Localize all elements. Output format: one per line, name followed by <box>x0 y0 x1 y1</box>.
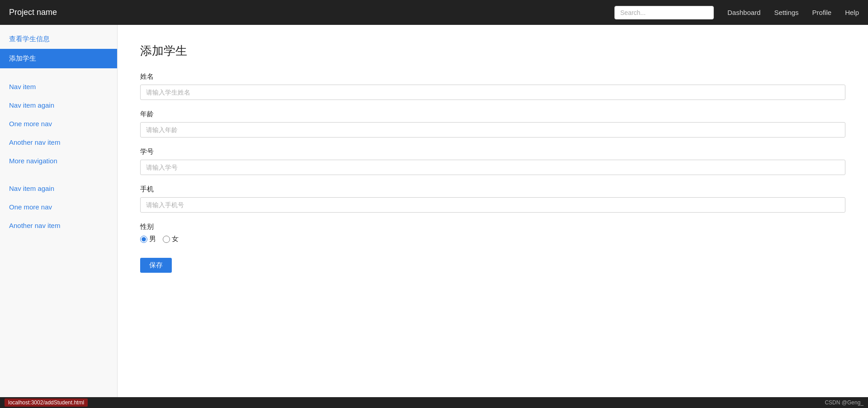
gender-female-radio[interactable] <box>163 236 170 243</box>
form-group-name: 姓名 <box>140 72 845 100</box>
gender-male-text: 男 <box>149 235 156 243</box>
profile-link[interactable]: Profile <box>812 9 832 16</box>
nav-another-1[interactable]: Another nav item <box>0 133 117 152</box>
name-field[interactable] <box>140 85 845 100</box>
main-content: 添加学生 姓名 年龄 学号 手机 性别 男 <box>118 25 868 397</box>
nav-more-1[interactable]: More navigation <box>0 152 117 170</box>
nav-item-again-1[interactable]: Nav item again <box>0 96 117 114</box>
statusbar: localhost:3002/addStudent.html CSDN @Gen… <box>0 397 868 408</box>
statusbar-url: localhost:3002/addStudent.html <box>5 399 88 407</box>
nav-add-student[interactable]: 添加学生 <box>0 49 117 68</box>
nav-one-more-2[interactable]: One more nav <box>0 198 117 216</box>
gender-female-text: 女 <box>172 235 179 243</box>
navbar: Project name Dashboard Settings Profile … <box>0 0 868 25</box>
dashboard-link[interactable]: Dashboard <box>727 9 760 16</box>
navbar-search-container <box>614 6 714 19</box>
age-field[interactable] <box>140 122 845 138</box>
search-input[interactable] <box>614 6 714 19</box>
form-group-age: 年龄 <box>140 110 845 138</box>
page-title: 添加学生 <box>140 43 845 59</box>
gender-male-radio[interactable] <box>140 236 147 243</box>
sidebar-divider-2 <box>0 170 117 179</box>
label-gender: 性别 <box>140 223 845 231</box>
sidebar: 查看学生信息 添加学生 Nav item Nav item again One … <box>0 25 118 397</box>
statusbar-credit: CSDN @Geng_ <box>825 399 863 406</box>
navbar-links: Dashboard Settings Profile Help <box>727 9 859 16</box>
form-group-gender: 性别 男 女 <box>140 223 845 243</box>
label-age: 年龄 <box>140 110 845 119</box>
gender-female-label[interactable]: 女 <box>163 235 179 243</box>
help-link[interactable]: Help <box>845 9 859 16</box>
form-group-phone: 手机 <box>140 185 845 213</box>
phone-field[interactable] <box>140 197 845 213</box>
main-layout: 查看学生信息 添加学生 Nav item Nav item again One … <box>0 25 868 397</box>
nav-one-more-1[interactable]: One more nav <box>0 114 117 133</box>
gender-male-label[interactable]: 男 <box>140 235 156 243</box>
nav-view-students[interactable]: 查看学生信息 <box>0 29 117 49</box>
nav-item-1[interactable]: Nav item <box>0 77 117 96</box>
gender-options: 男 女 <box>140 235 845 243</box>
nav-another-2[interactable]: Another nav item <box>0 216 117 235</box>
label-name: 姓名 <box>140 72 845 81</box>
settings-link[interactable]: Settings <box>774 9 798 16</box>
nav-item-again-2[interactable]: Nav item again <box>0 179 117 198</box>
save-button[interactable]: 保存 <box>140 258 172 273</box>
student-id-field[interactable] <box>140 160 845 175</box>
label-student-id: 学号 <box>140 147 845 156</box>
navbar-brand: Project name <box>9 8 57 17</box>
sidebar-divider-1 <box>0 68 117 77</box>
label-phone: 手机 <box>140 185 845 194</box>
form-group-student-id: 学号 <box>140 147 845 175</box>
